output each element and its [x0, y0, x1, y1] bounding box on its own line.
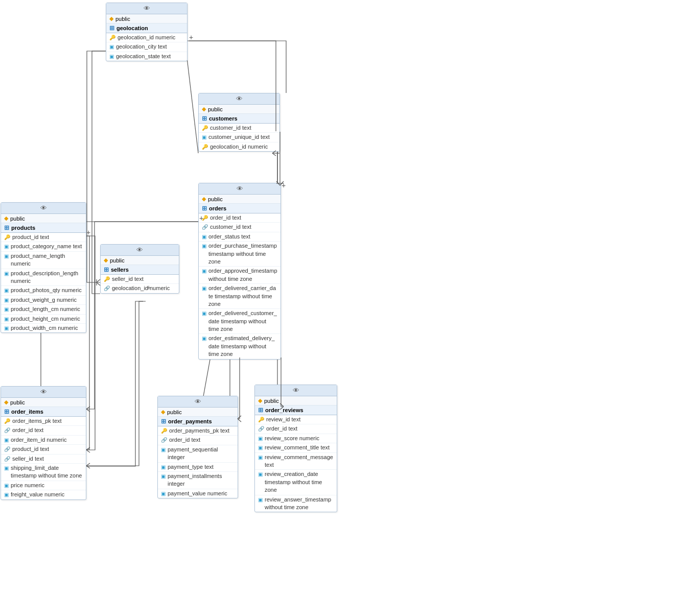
order-reviews-header: 👁	[255, 385, 337, 396]
table-products[interactable]: 👁 ◆ public ⊞ products 🔑 product_id text …	[1, 202, 86, 333]
fk-icon: 🔗	[161, 437, 167, 444]
table-order-payments[interactable]: 👁 ◆ public ⊞ order_payments 🔑 order_paym…	[157, 396, 238, 498]
field-icon: ▣	[202, 233, 206, 241]
table-geolocation[interactable]: 👁 ◆ public ⊞ geolocation 🔑 geolocation_i…	[106, 3, 188, 61]
svg-line-8	[97, 282, 100, 285]
field-row: 🔗 geolocation_id numeric	[101, 284, 179, 293]
field-text: order_id text	[169, 436, 200, 444]
field-text: customer_unique_id text	[208, 133, 270, 141]
products-schema: ◆ public	[1, 214, 86, 223]
field-text: order_payments_pk text	[169, 427, 229, 435]
field-row: 🔑 seller_id text	[101, 275, 179, 284]
table-name: order_items	[11, 409, 43, 415]
grid-icon: ⊞	[202, 115, 207, 122]
diamond-icon: ◆	[202, 196, 206, 202]
orders-name-row: ⊞ orders	[199, 204, 281, 213]
grid-icon: ⊞	[258, 407, 263, 414]
schema-label: public	[264, 398, 279, 404]
field-row: ▣ review_answer_timestamp without time z…	[255, 495, 337, 512]
field-row: ▣ payment_value numeric	[158, 489, 238, 498]
key-icon: 🔑	[104, 276, 110, 283]
field-row: ▣ payment_sequential integer	[158, 445, 238, 463]
svg-line-19	[238, 419, 241, 422]
grid-icon: ⊞	[161, 418, 166, 425]
key-icon: 🔑	[202, 214, 208, 222]
field-icon: ▣	[161, 490, 166, 497]
diamond-icon: ◆	[258, 397, 262, 404]
field-row: 🔗 order_id text	[255, 424, 337, 434]
field-row: ▣ order_delivered_customer_date timestam…	[199, 309, 281, 334]
order-items-schema: ◆ public	[1, 398, 86, 407]
field-row: 🔑 order_items_pk text	[1, 417, 86, 426]
key-icon: 🔑	[4, 418, 10, 425]
field-row: 🔑 order_payments_pk text	[158, 426, 238, 436]
fk-icon: 🔗	[202, 224, 208, 231]
field-icon: ▣	[161, 464, 166, 471]
field-row: ▣ product_weight_g numeric	[1, 296, 86, 305]
eye-icon: 👁	[144, 5, 150, 12]
field-text: geolocation_state text	[116, 53, 171, 60]
field-icon: ▣	[4, 316, 9, 323]
field-row: ▣ product_description_length numeric	[1, 269, 86, 286]
field-icon: ▣	[4, 243, 9, 250]
field-text: review_id text	[266, 416, 300, 423]
order-items-header: 👁	[1, 387, 86, 398]
field-text: seller_id text	[12, 455, 44, 463]
field-row: ▣ payment_installments integer	[158, 472, 238, 489]
table-name: orders	[209, 205, 226, 211]
field-row: ▣ order_estimated_delivery_date timestam…	[199, 334, 281, 359]
grid-icon: ⊞	[4, 408, 9, 415]
field-text: review_comment_title text	[265, 444, 330, 451]
svg-line-15	[86, 407, 90, 409]
field-icon: ▣	[4, 465, 9, 472]
field-icon: ▣	[109, 53, 114, 60]
field-text: order_delivered_customer_date timestamp …	[208, 309, 277, 333]
schema-label: public	[10, 216, 25, 222]
customers-name-row: ⊞ customers	[199, 114, 279, 124]
field-row: 🔑 review_id text	[255, 415, 337, 424]
order-payments-header: 👁	[158, 396, 238, 408]
table-orders[interactable]: 👁 ◆ public ⊞ orders 🔑 order_id text 🔗 cu…	[198, 183, 281, 360]
field-text: product_photos_qty numeric	[11, 286, 82, 294]
field-row: ▣ customer_unique_id text	[199, 133, 279, 142]
table-customers[interactable]: 👁 ◆ public ⊞ customers 🔑 customer_id tex…	[198, 93, 280, 152]
field-text: order_id text	[12, 426, 43, 434]
table-name: order_payments	[168, 418, 212, 424]
field-row: ▣ product_category_name text	[1, 242, 86, 251]
schema-label: public	[110, 257, 125, 264]
table-order-items[interactable]: 👁 ◆ public ⊞ order_items 🔑 order_items_p…	[1, 386, 86, 500]
field-icon: ▣	[4, 270, 9, 277]
field-text: review_score numeric	[265, 435, 319, 442]
grid-icon: ⊞	[202, 205, 207, 212]
field-text: review_creation_date timestamp without t…	[265, 470, 334, 494]
customers-schema: ◆ public	[199, 105, 279, 114]
field-icon: ▣	[202, 285, 206, 292]
field-row: 🔗 order_id text	[1, 426, 86, 435]
field-icon: ▣	[258, 444, 263, 451]
table-sellers[interactable]: 👁 ◆ public ⊞ sellers 🔑 seller_id text 🔗 …	[100, 244, 179, 294]
field-icon: ▣	[258, 435, 263, 442]
field-text: order_status text	[208, 233, 250, 241]
field-icon: ▣	[4, 306, 9, 313]
field-text: product_weight_g numeric	[11, 296, 77, 304]
table-name: customers	[209, 115, 238, 122]
field-icon: ▣	[4, 482, 9, 489]
customers-header: 👁	[199, 93, 279, 105]
field-icon: ▣	[4, 297, 9, 304]
field-text: price numeric	[11, 482, 44, 489]
schema-label: public	[208, 106, 223, 112]
field-text: review_comment_message text	[265, 453, 334, 469]
field-icon: ▣	[161, 473, 166, 480]
field-row: ▣ product_width_cm numeric	[1, 324, 86, 332]
field-icon: ▣	[4, 287, 9, 294]
schema-label: public	[115, 16, 130, 22]
svg-line-23	[86, 447, 90, 450]
field-row: 🔑 product_id text	[1, 233, 86, 242]
field-text: review_answer_timestamp without time zon…	[265, 496, 334, 512]
field-row: ▣ order_delivered_carrier_date timestamp…	[199, 284, 281, 309]
field-text: product_category_name text	[11, 243, 82, 250]
table-order-reviews[interactable]: 👁 ◆ public ⊞ order_reviews 🔑 review_id t…	[254, 385, 337, 512]
field-row: ▣ order_approved_timestamp without time …	[199, 267, 281, 284]
svg-line-24	[86, 450, 90, 452]
diamond-icon: ◆	[4, 215, 8, 222]
